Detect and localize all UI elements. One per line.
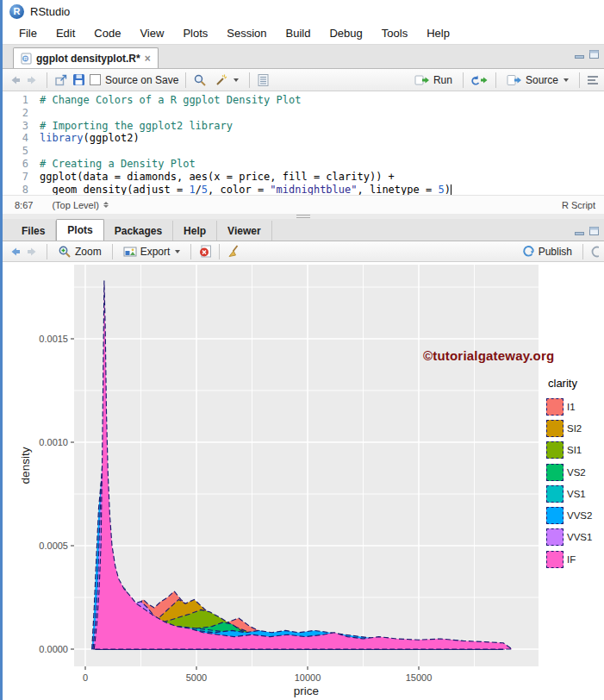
menu-item-plots[interactable]: Plots (173, 24, 217, 42)
legend-swatch (546, 485, 564, 503)
source-icon (507, 74, 522, 86)
updown-icon[interactable] (103, 202, 109, 209)
publish-label: Publish (539, 246, 572, 258)
zoom-label: Zoom (75, 246, 102, 258)
legend-label: VVS2 (567, 510, 592, 521)
menu-item-edit[interactable]: Edit (47, 24, 84, 42)
rerun-icon[interactable] (470, 74, 489, 86)
zoom-icon (58, 245, 72, 259)
pane-tab-viewer[interactable]: Viewer (217, 221, 271, 241)
pane-tab-plots[interactable]: Plots (56, 219, 103, 241)
editor-toolbar: Source on Save Run Source (3, 69, 604, 91)
title-bar: R RStudio (3, 0, 604, 22)
menu-item-code[interactable]: Code (84, 24, 130, 42)
code-line: 4library(ggplot2) (3, 132, 604, 145)
legend-item: IF (546, 548, 592, 570)
run-label: Run (433, 74, 452, 86)
code-tools-button[interactable] (211, 72, 242, 89)
line-number: 7 (3, 171, 28, 184)
legend-swatch (546, 441, 564, 459)
legend-swatch (546, 528, 564, 546)
rstudio-logo-icon: R (9, 4, 24, 19)
rstudio-window: R RStudio FileEditCodeViewPlotsSessionBu… (0, 0, 604, 700)
menu-item-build[interactable]: Build (277, 24, 321, 42)
legend-label: I1 (567, 402, 576, 412)
maximize-pane-icon[interactable] (589, 227, 599, 235)
menu-item-file[interactable]: File (9, 24, 47, 42)
minimize-pane-icon[interactable] (575, 50, 584, 59)
forward-icon[interactable] (26, 245, 40, 259)
dropdown-caret-icon[interactable] (564, 78, 569, 82)
code-line: 7ggplot(data = diamonds, aes(x = price, … (3, 171, 604, 184)
document-outline-icon[interactable] (587, 75, 599, 85)
pane-tab-help[interactable]: Help (173, 221, 217, 241)
text-cursor (451, 184, 451, 195)
back-icon[interactable] (8, 245, 22, 259)
menu-item-help[interactable]: Help (417, 24, 459, 42)
x-tick-label: 0 (83, 672, 88, 683)
pane-tab-packages[interactable]: Packages (104, 221, 173, 241)
magic-wand-icon (215, 73, 228, 87)
source-on-save-label: Source on Save (105, 74, 178, 86)
pane-tab-files[interactable]: Files (11, 221, 56, 241)
plot-viewer: 0500010000150000.00000.00050.00100.0015p… (3, 262, 604, 700)
legend-item: VVS1 (546, 527, 592, 548)
maximize-pane-icon[interactable] (589, 50, 599, 59)
menu-item-session[interactable]: Session (217, 24, 276, 42)
code-line: 2 (3, 107, 604, 120)
run-button[interactable]: Run (411, 72, 456, 88)
run-icon (414, 74, 430, 86)
legend-label: VVS1 (567, 532, 592, 542)
minimize-pane-icon[interactable] (575, 227, 584, 235)
code-editor[interactable]: 1# Change Colors of a R ggplot Density P… (3, 91, 604, 195)
editor-tab[interactable]: R ggplot densityplot.R* × (13, 47, 159, 68)
legend-label: VS1 (567, 489, 586, 499)
save-icon[interactable] (72, 73, 85, 86)
source-label: Source (526, 74, 558, 86)
legend-item: SI1 (546, 440, 592, 461)
pane-tab-bar: FilesPlotsPackagesHelpViewer (3, 219, 604, 241)
y-tick-label: 0.0015 (39, 334, 68, 344)
editor-tab-bar: R ggplot densityplot.R* × (3, 45, 604, 69)
find-replace-icon[interactable] (193, 73, 207, 87)
code-line: 1# Change Colors of a R ggplot Density P… (3, 94, 604, 107)
y-axis-title: density (19, 447, 32, 484)
publish-icon (522, 245, 535, 258)
remove-plot-icon[interactable] (198, 245, 212, 258)
legend-item: VS1 (546, 483, 592, 504)
window-title: RStudio (30, 5, 70, 18)
x-tick-label: 5000 (186, 672, 207, 683)
line-number: 1 (3, 94, 28, 107)
plots-toolbar: Zoom Export Publish (3, 241, 604, 262)
compile-report-icon[interactable] (257, 73, 270, 87)
export-label: Export (140, 246, 171, 258)
menu-item-view[interactable]: View (130, 24, 173, 42)
source-button[interactable]: Source (503, 72, 572, 88)
watermark: ©tutorialgateway.org (423, 348, 554, 363)
tab-close-icon[interactable]: × (145, 53, 151, 65)
zoom-button[interactable]: Zoom (54, 243, 105, 260)
cursor-position: 8:67 (15, 200, 33, 210)
legend-label: SI1 (567, 445, 582, 455)
code-line: 3# Importing the ggplot2 library (3, 120, 604, 133)
clear-plots-broom-icon[interactable] (227, 245, 240, 258)
scope-selector[interactable]: (Top Level) (52, 200, 98, 210)
export-button[interactable]: Export (120, 244, 184, 259)
back-icon[interactable] (8, 73, 22, 87)
legend-swatch (546, 420, 564, 437)
x-axis-title: price (294, 684, 319, 697)
show-in-new-window-icon[interactable] (54, 73, 68, 87)
legend-item: SI2 (546, 417, 592, 439)
legend-title: clarity (546, 377, 592, 390)
legend-swatch (546, 464, 564, 481)
legend-item: VS2 (546, 461, 592, 483)
source-on-save-checkbox[interactable] (90, 74, 101, 85)
publish-button[interactable]: Publish (519, 243, 576, 259)
forward-icon[interactable] (26, 73, 40, 87)
file-type-selector[interactable]: R Script (562, 200, 595, 210)
menu-item-debug[interactable]: Debug (320, 24, 371, 42)
dropdown-caret-icon (175, 250, 180, 253)
menu-item-tools[interactable]: Tools (372, 24, 417, 42)
editor-status-bar: 8:67 (Top Level) R Script (3, 195, 604, 214)
refresh-icon[interactable] (590, 245, 599, 259)
